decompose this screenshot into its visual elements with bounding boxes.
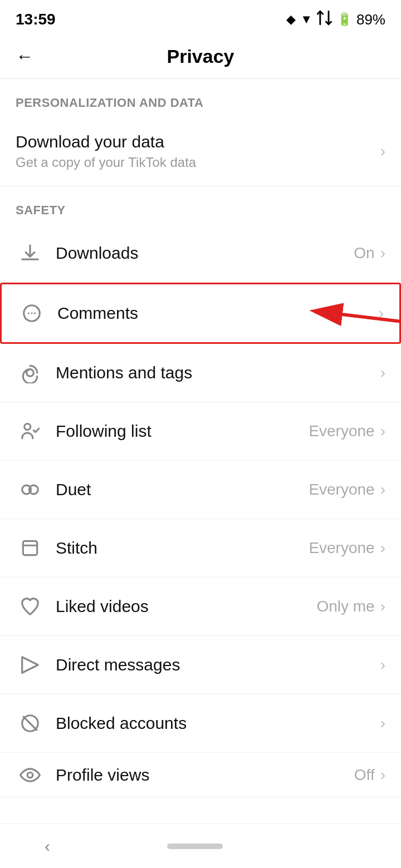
liked-videos-item[interactable]: Liked videos Only me › [0, 578, 401, 636]
duet-item[interactable]: Duet Everyone › [0, 461, 401, 519]
section-safety: SAFETY Downloads On › Comments › [0, 186, 401, 797]
data-icon [317, 10, 332, 29]
duet-chevron: › [380, 481, 385, 499]
direct-messages-item[interactable]: Direct messages › [0, 636, 401, 694]
liked-icon [16, 592, 45, 621]
liked-videos-chevron: › [380, 598, 385, 615]
downloads-icon [16, 239, 45, 268]
comments-chevron: › [379, 304, 384, 322]
liked-videos-label: Liked videos [56, 597, 316, 616]
svg-point-2 [31, 312, 32, 314]
svg-point-1 [28, 312, 30, 314]
back-button[interactable]: ← [16, 46, 33, 67]
section-header-personalization: PERSONALIZATION AND DATA [0, 79, 401, 117]
download-data-title: Download your data [16, 132, 380, 151]
profile-views-chevron: › [380, 766, 385, 784]
stitch-item[interactable]: Stitch Everyone › [0, 519, 401, 578]
status-time: 13:59 [16, 11, 56, 28]
stitch-label: Stitch [56, 539, 309, 558]
blocked-icon [16, 709, 45, 738]
battery-percent: 89% [356, 11, 385, 28]
download-data-text: Download your data Get a copy of your Ti… [16, 132, 380, 170]
duet-icon [16, 475, 45, 504]
battery-icon: 🔋 [337, 12, 352, 27]
mentions-tags-label: Mentions and tags [56, 363, 380, 382]
following-list-value: Everyone [309, 422, 374, 440]
stitch-chevron: › [380, 539, 385, 557]
header: ← Privacy [0, 34, 401, 79]
home-indicator [167, 844, 223, 849]
downloads-chevron: › [380, 244, 385, 262]
profile-views-value: Off [354, 766, 375, 784]
downloads-value: On [354, 244, 374, 262]
download-data-chevron: › [380, 142, 385, 160]
profile-views-label: Profile views [56, 766, 354, 785]
back-nav-button[interactable]: ‹ [45, 837, 50, 856]
profile-views-item[interactable]: Profile views Off › [0, 753, 401, 797]
duet-label: Duet [56, 480, 309, 499]
comments-label: Comments [57, 304, 379, 323]
page-title: Privacy [167, 46, 234, 67]
direct-messages-label: Direct messages [56, 655, 380, 674]
blocked-accounts-chevron: › [380, 714, 385, 732]
mentions-icon [16, 358, 45, 387]
status-icons: ◆ ▼ 🔋 89% [286, 10, 385, 29]
direct-messages-icon [16, 650, 45, 679]
comments-item[interactable]: Comments › [0, 283, 401, 344]
mentions-tags-item[interactable]: Mentions and tags › [0, 344, 401, 402]
following-list-label: Following list [56, 422, 309, 441]
svg-line-14 [23, 717, 37, 730]
section-personalization: PERSONALIZATION AND DATA Download your d… [0, 79, 401, 186]
blocked-accounts-label: Blocked accounts [56, 714, 380, 733]
downloads-item[interactable]: Downloads On › [0, 224, 401, 283]
wifi-icon: ▼ [300, 12, 312, 27]
download-data-item[interactable]: Download your data Get a copy of your Ti… [0, 117, 401, 186]
comments-icon [17, 299, 46, 328]
stitch-icon [16, 534, 45, 563]
download-data-subtitle: Get a copy of your TikTok data [16, 155, 380, 170]
bottom-nav: ‹ [0, 823, 401, 868]
following-list-chevron: › [380, 422, 385, 440]
svg-point-15 [27, 772, 33, 778]
liked-videos-value: Only me [316, 598, 374, 615]
svg-point-7 [25, 424, 31, 430]
svg-rect-10 [23, 541, 37, 555]
profile-views-icon [16, 761, 45, 790]
svg-marker-12 [22, 657, 38, 673]
svg-point-3 [34, 312, 36, 314]
downloads-label: Downloads [56, 244, 354, 263]
following-list-item[interactable]: Following list Everyone › [0, 402, 401, 461]
status-bar: 13:59 ◆ ▼ 🔋 89% [0, 0, 401, 34]
section-header-safety: SAFETY [0, 186, 401, 224]
duet-value: Everyone [309, 481, 374, 499]
stitch-value: Everyone [309, 539, 374, 557]
direct-messages-chevron: › [380, 656, 385, 674]
blocked-accounts-item[interactable]: Blocked accounts › [0, 694, 401, 753]
mentions-tags-chevron: › [380, 364, 385, 382]
following-icon [16, 417, 45, 446]
signal-icon: ◆ [286, 12, 296, 27]
